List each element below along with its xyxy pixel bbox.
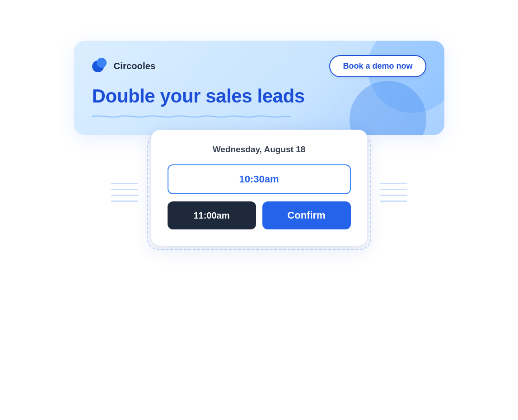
scene: Circooles Book a demo now Double your sa… bbox=[65, 41, 453, 379]
confirm-button[interactable]: Confirm bbox=[262, 201, 351, 229]
ad-card: Circooles Book a demo now Double your sa… bbox=[74, 41, 444, 135]
deco-line bbox=[111, 183, 138, 184]
ad-headline: Double your sales leads bbox=[92, 85, 426, 107]
deco-lines-left bbox=[111, 183, 138, 202]
deco-lines-right bbox=[380, 183, 407, 202]
logo-area: Circooles bbox=[92, 58, 156, 75]
brand-name: Circooles bbox=[114, 61, 156, 71]
deco-line bbox=[380, 183, 407, 184]
logo-circle-front bbox=[97, 58, 107, 68]
selected-time-slot[interactable]: 10:30am bbox=[168, 164, 351, 194]
deco-line bbox=[111, 201, 138, 202]
deco-line bbox=[380, 189, 407, 190]
book-demo-button[interactable]: Book a demo now bbox=[329, 55, 426, 77]
deco-line bbox=[380, 195, 407, 196]
deco-line bbox=[111, 189, 138, 190]
booking-date: Wednesday, August 18 bbox=[168, 145, 351, 154]
alt-time-button[interactable]: 11:00am bbox=[168, 201, 256, 229]
ad-card-body: Double your sales leads bbox=[92, 85, 426, 117]
deco-line bbox=[111, 195, 138, 196]
booking-wrapper: Wednesday, August 18 10:30am 11:00am Con… bbox=[147, 135, 371, 250]
deco-line bbox=[380, 201, 407, 202]
ad-card-header: Circooles Book a demo now bbox=[92, 55, 426, 77]
booking-actions: 11:00am Confirm bbox=[168, 201, 351, 229]
wavy-decoration bbox=[92, 112, 291, 117]
booking-card: Wednesday, August 18 10:30am 11:00am Con… bbox=[151, 130, 368, 246]
booking-card-outer: Wednesday, August 18 10:30am 11:00am Con… bbox=[147, 135, 371, 250]
logo-icon bbox=[92, 58, 109, 75]
